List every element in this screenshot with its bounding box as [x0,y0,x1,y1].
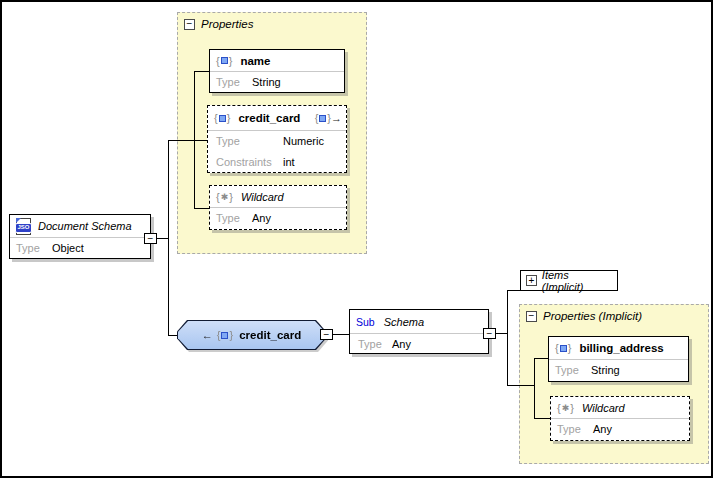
type-row: Type Numeric [208,131,346,152]
connector-line [507,290,521,291]
wildcard-icon: {✱} [216,191,233,203]
properties-container-title: Properties [201,18,253,30]
bubble-body: ← {} credit_card [178,321,325,349]
items-implicit-title: Items (Implicit) [542,269,612,293]
type-value: Any [252,208,271,229]
type-label: Type [557,419,581,440]
type-label: Type [358,334,382,355]
reference-out-icon: {}→ [315,106,342,130]
connector-line [194,71,209,72]
sub-schema-box[interactable]: Sub Schema Type Any [349,309,489,354]
wildcard-name: Wildcard [582,402,625,414]
name-property-title-row: {} name [210,50,344,72]
connector-line [507,290,508,386]
constraints-value: int [283,152,295,173]
property-name: name [240,55,270,67]
constraints-row: Constraints int [208,152,346,173]
bubble-collapse-handle[interactable]: − [320,329,333,340]
connector-line [168,140,169,336]
connector-line [534,418,550,419]
type-value: Object [52,238,84,259]
wildcard-property-box[interactable]: {✱} Wildcard Type Any [209,185,347,230]
type-row: Type Any [350,334,488,355]
connector-line [534,358,548,359]
properties-implicit-title: Properties (Implicit) [543,310,642,322]
wildcard-title-row: {✱} Wildcard [210,186,346,208]
name-property-box[interactable]: {} name Type String [209,49,345,93]
type-value: Any [593,419,612,440]
type-value: Any [392,334,411,355]
object-property-icon: {} [216,55,232,67]
json-schema-document-icon: JSO [16,218,31,235]
type-value: String [591,360,620,381]
collapse-icon[interactable]: − [526,311,537,322]
sub-schema-collapse-handle[interactable]: − [483,328,496,339]
type-row: Type Any [551,419,689,440]
billing-address-title-row: {} billing_address [549,337,688,360]
type-row: Type String [549,360,688,381]
type-value: String [252,72,281,93]
type-label: Type [555,360,579,381]
schema-diagram-canvas: − Properties {} name Type String {} cred… [0,0,713,478]
wildcard-name: Wildcard [241,191,284,203]
document-schema-collapse-handle[interactable]: − [144,233,157,244]
connector-line [331,334,350,335]
type-label: Type [16,238,40,259]
bubble-label: credit_card [239,329,301,341]
type-label: Type [216,72,240,93]
document-schema-title: Document Schema [38,220,132,232]
type-row: Type Object [10,238,150,259]
reference-arrow-icon: ← [202,329,213,341]
collapse-icon[interactable]: − [184,19,195,30]
object-property-icon: {} [555,342,571,354]
billing-address-property-box[interactable]: {} billing_address Type String [548,336,689,382]
connector-line [194,71,195,209]
type-label: Type [216,131,240,152]
wildcard-implicit-title-row: {✱} Wildcard [551,397,689,419]
object-property-icon: {} [214,112,230,124]
items-implicit-box[interactable]: + Items (Implicit) [520,270,618,291]
connector-line [534,358,535,419]
property-name: credit_card [238,112,300,124]
wildcard-icon: {✱} [557,402,574,414]
expand-icon[interactable]: + [526,275,537,286]
connector-line [495,333,507,334]
credit-card-property-title-row: {} credit_card {}→ [208,106,346,131]
sub-schema-title-row: Sub Schema [350,310,488,334]
object-property-icon: {} [217,329,233,341]
type-row: Type String [210,72,344,93]
document-schema-box[interactable]: JSO Document Schema Type Object [9,214,151,259]
credit-card-property-box[interactable]: {} credit_card {}→ Type Numeric Constrai… [207,105,347,173]
wildcard-implicit-property-box[interactable]: {✱} Wildcard Type Any [550,396,690,441]
document-schema-title-row: JSO Document Schema [10,215,150,238]
sub-label: Sub [356,316,375,328]
constraints-label: Constraints [216,152,272,173]
connector-line [168,140,207,141]
property-name: billing_address [579,342,663,354]
schema-title: Schema [384,316,424,328]
properties-container-header: − Properties [184,18,253,30]
type-row: Type Any [210,208,346,229]
connector-line [194,208,209,209]
type-label: Type [216,208,240,229]
credit-card-reference-bubble[interactable]: ← {} credit_card [177,320,326,350]
properties-implicit-header: − Properties (Implicit) [526,310,642,322]
connector-line [507,385,535,386]
type-value: Numeric [283,131,324,152]
